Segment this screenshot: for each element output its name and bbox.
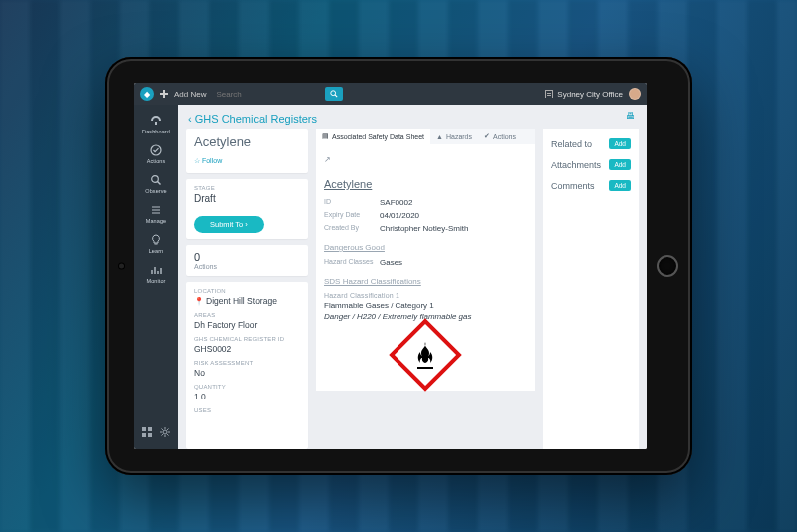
building-icon bbox=[545, 90, 553, 98]
location-value: 📍Digent Hill Storage bbox=[194, 296, 300, 306]
home-button[interactable] bbox=[657, 255, 678, 277]
tab-hazards[interactable]: ▲ Hazards bbox=[430, 129, 478, 144]
add-new-button[interactable]: Add New bbox=[174, 90, 206, 99]
app-screen: ◆ Add New Sydney City Office bbox=[134, 83, 647, 449]
created-by-value: Christopher Notley-Smith bbox=[380, 224, 468, 233]
register-id-label: GHS CHEMICAL REGISTER ID bbox=[194, 336, 300, 342]
dangerous-good-section: Dangerous Good bbox=[324, 243, 527, 252]
actions-count-label: Actions bbox=[194, 263, 300, 270]
nav-label: Manage bbox=[146, 218, 166, 224]
add-attachment-button[interactable]: Add bbox=[609, 159, 631, 170]
tab-sds[interactable]: ▤ Associated Safety Data Sheet bbox=[316, 129, 430, 144]
stage-label: STAGE bbox=[194, 185, 300, 191]
submit-button[interactable]: Submit To › bbox=[194, 216, 264, 233]
search-button[interactable] bbox=[325, 87, 343, 101]
expiry-value: 04/01/2020 bbox=[380, 211, 419, 220]
classification-label: Hazard Classification 1 bbox=[324, 292, 527, 299]
actions-count-card[interactable]: 0 Actions bbox=[186, 245, 308, 276]
top-bar: ◆ Add New Sydney City Office bbox=[134, 83, 647, 105]
related-panel: Related to Add Attachments Add Comments … bbox=[543, 129, 639, 449]
detail-title[interactable]: Acetylene bbox=[324, 178, 527, 190]
nav-label: Observe bbox=[145, 188, 167, 194]
print-icon[interactable]: 🖶 bbox=[626, 111, 635, 121]
magnify-icon bbox=[150, 174, 162, 186]
areas-value: Dh Factory Floor bbox=[194, 320, 300, 330]
nav-observe[interactable]: Observe bbox=[134, 170, 178, 198]
side-nav: Dashboard Actions Observe Manage Learn bbox=[134, 105, 178, 449]
risk-label: RISK ASSESSMENT bbox=[194, 360, 300, 366]
nav-label: Monitor bbox=[146, 278, 165, 284]
follow-link[interactable]: Follow bbox=[194, 157, 222, 165]
check-circle-icon bbox=[150, 144, 162, 156]
add-comment-button[interactable]: Add bbox=[609, 180, 631, 191]
svg-point-9 bbox=[163, 430, 167, 434]
svg-rect-6 bbox=[148, 427, 152, 431]
details-card: LOCATION 📍Digent Hill Storage AREAS Dh F… bbox=[186, 282, 308, 449]
svg-line-1 bbox=[335, 95, 337, 97]
main-panel: GHS Chemical Registers 🖶 Acetylene Follo… bbox=[178, 105, 647, 449]
svg-rect-10 bbox=[417, 367, 433, 369]
stage-card: STAGE Draft Submit To › bbox=[186, 179, 308, 239]
nav-monitor[interactable]: Monitor bbox=[134, 260, 178, 288]
external-link-icon[interactable]: ↗ bbox=[324, 155, 331, 164]
register-id-value: GHS0002 bbox=[194, 344, 300, 354]
classification-value: Flammable Gases / Category 1 bbox=[324, 301, 527, 310]
tab-label: Associated Safety Data Sheet bbox=[332, 133, 424, 140]
office-selector[interactable]: Sydney City Office bbox=[545, 90, 623, 99]
hazard-classes-value: Gases bbox=[380, 258, 402, 267]
app-logo[interactable]: ◆ bbox=[140, 87, 154, 101]
risk-value: No bbox=[194, 368, 300, 378]
tablet-frame: ◆ Add New Sydney City Office bbox=[105, 57, 692, 475]
nav-learn[interactable]: Learn bbox=[134, 230, 178, 258]
grid-icon[interactable] bbox=[142, 427, 152, 437]
svg-line-4 bbox=[158, 182, 161, 185]
stage-value: Draft bbox=[194, 193, 300, 204]
ghs-pictogram-flammable bbox=[399, 329, 451, 381]
gear-icon[interactable] bbox=[160, 427, 170, 437]
tab-actions[interactable]: ✔ Actions bbox=[478, 129, 522, 144]
dashboard-icon bbox=[150, 115, 162, 127]
svg-rect-7 bbox=[142, 433, 146, 437]
id-value: SAF0002 bbox=[380, 198, 412, 207]
nav-label: Dashboard bbox=[142, 129, 170, 134]
search-icon bbox=[330, 90, 338, 98]
tab-label: Hazards bbox=[446, 133, 472, 140]
record-title: Acetylene bbox=[194, 134, 300, 149]
related-to-heading: Related to bbox=[551, 139, 592, 149]
location-label: LOCATION bbox=[194, 288, 300, 294]
id-label: ID bbox=[324, 198, 380, 207]
add-related-button[interactable]: Add bbox=[609, 138, 631, 149]
plus-icon bbox=[160, 90, 168, 98]
search-input[interactable] bbox=[212, 87, 325, 101]
document-icon: ▤ bbox=[322, 133, 329, 140]
flame-icon bbox=[399, 329, 451, 381]
svg-rect-5 bbox=[142, 427, 146, 431]
expiry-label: Expiry Date bbox=[324, 211, 380, 220]
pin-icon: 📍 bbox=[194, 297, 204, 306]
quantity-label: QUANTITY bbox=[194, 384, 300, 390]
comments-heading: Comments bbox=[551, 181, 595, 191]
nav-manage[interactable]: Manage bbox=[134, 200, 178, 228]
hazard-classes-label: Hazard Classes bbox=[324, 258, 380, 267]
detail-tabs: ▤ Associated Safety Data Sheet ▲ Hazards… bbox=[316, 129, 535, 144]
areas-label: AREAS bbox=[194, 312, 300, 318]
created-by-label: Created By bbox=[324, 224, 380, 233]
sds-detail: Acetylene IDSAF0002 Expiry Date04/01/202… bbox=[316, 174, 535, 391]
search-wrap bbox=[212, 87, 343, 101]
nav-actions[interactable]: Actions bbox=[134, 140, 178, 168]
nav-label: Actions bbox=[147, 158, 166, 164]
attachments-heading: Attachments bbox=[551, 160, 601, 170]
tab-label: Actions bbox=[493, 133, 516, 140]
warning-icon: ▲ bbox=[436, 133, 443, 140]
title-card: Acetylene Follow bbox=[186, 129, 308, 173]
actions-count: 0 bbox=[194, 251, 300, 263]
quantity-value: 1.0 bbox=[194, 392, 300, 401]
bar-chart-icon bbox=[150, 264, 162, 276]
breadcrumb-back[interactable]: GHS Chemical Registers bbox=[188, 113, 317, 125]
svg-point-3 bbox=[152, 176, 159, 183]
bulb-icon bbox=[150, 234, 162, 246]
nav-dashboard[interactable]: Dashboard bbox=[134, 111, 178, 138]
list-icon bbox=[150, 204, 162, 216]
avatar[interactable] bbox=[629, 88, 641, 100]
check-icon: ✔ bbox=[484, 133, 490, 140]
